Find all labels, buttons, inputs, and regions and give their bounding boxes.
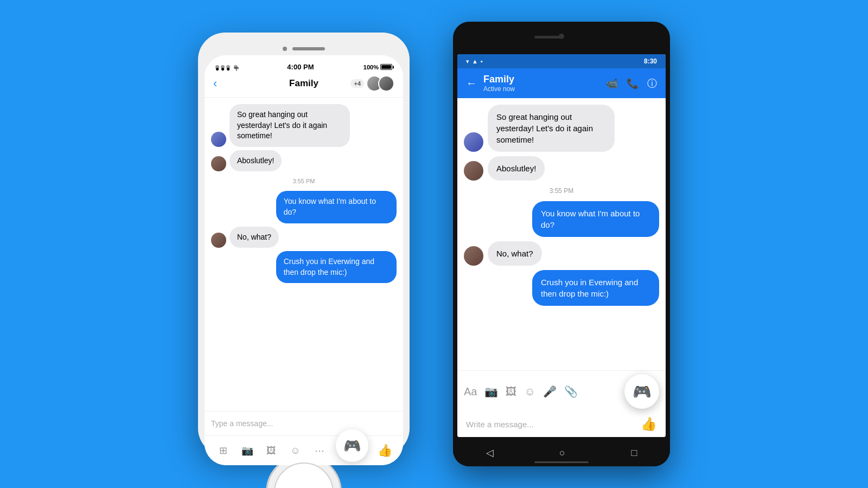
avatar-count-badge: +4 — [350, 79, 364, 88]
message-bubble-received: So great hanging out yesterday! Let's do… — [488, 105, 615, 152]
android-bottom-bar — [534, 461, 589, 463]
iphone-screen: ● ● ● 〒 4:00 PM 100% ‹ Family +4 — [205, 55, 403, 465]
ios-input-bar: Type a message... — [205, 411, 403, 435]
message-bubble-sent: You know what I'm about to do? — [276, 191, 397, 223]
avatar — [211, 132, 226, 147]
message-bubble-received: Aboslutley! — [229, 150, 282, 172]
avatar-2 — [378, 75, 394, 92]
ios-chat-area: So great hanging out yesterday! Let's do… — [205, 98, 403, 411]
mic-icon[interactable]: 🎤 — [543, 385, 557, 398]
android-write-row: Write a message... 👍 — [457, 412, 666, 437]
table-row: Crush you in Everwing and then drop the … — [464, 270, 659, 306]
iphone-camera — [283, 47, 287, 51]
message-bubble-received: No, what? — [229, 227, 279, 248]
emoji-icon[interactable]: ☺ — [524, 386, 535, 398]
battery-indicator: 100% — [363, 64, 392, 70]
emoji-icon[interactable]: ☺ — [288, 443, 303, 458]
table-row: You know what I'm about to do? — [211, 191, 397, 223]
android-message-input[interactable]: Write a message... — [466, 420, 635, 429]
android-active-status: Active now — [483, 85, 599, 93]
table-row: You know what I'm about to do? — [464, 201, 659, 237]
game-button[interactable]: 🎮 — [336, 429, 368, 462]
android-nav-recent[interactable]: □ — [631, 447, 637, 459]
android-header-actions: 📹 📞 ⓘ — [606, 77, 657, 90]
battery-icon — [380, 64, 392, 70]
message-bubble-sent: You know what I'm about to do? — [532, 201, 659, 237]
info-icon[interactable]: ⓘ — [647, 77, 657, 90]
android-chat-title: Family — [483, 74, 599, 85]
text-style-icon[interactable]: Aa — [464, 386, 477, 398]
android-status-time: 8:30 — [644, 57, 657, 65]
android-game-button[interactable]: 🎮 — [624, 374, 659, 409]
wifi-icon: ▾ — [466, 58, 469, 65]
android-device: ▾ ▲ ▪ 8:30 ← Family Active now 📹 📞 ⓘ So … — [453, 22, 670, 466]
table-row: Crush you in Everwing and then drop the … — [211, 251, 397, 283]
battery-icon: ▪ — [481, 58, 483, 65]
camera-icon[interactable]: 📷 — [240, 443, 255, 458]
timestamp-label: 3:55 PM — [464, 187, 659, 195]
more-icon[interactable]: ⋯ — [312, 443, 327, 458]
android-input-section: Aa 📷 🖼 ☺ 🎤 📎 🎮 Write a message... 👍 — [457, 370, 666, 437]
ios-toolbar: ⊞ 📷 🖼 ☺ ⋯ 🎮 👍 — [205, 435, 403, 465]
ios-chat-title: Family — [289, 78, 318, 89]
table-row: So great hanging out yesterday! Let's do… — [464, 105, 659, 152]
android-nav-home[interactable]: ○ — [559, 447, 565, 459]
camera-icon[interactable]: 📷 — [484, 385, 498, 398]
iphone-body: ● ● ● 〒 4:00 PM 100% ‹ Family +4 — [198, 33, 410, 455]
apps-icon[interactable]: ⊞ — [215, 443, 231, 458]
android-header-info: Family Active now — [483, 74, 599, 93]
ios-message-input[interactable]: Type a message... — [211, 416, 397, 431]
android-toolbar: Aa 📷 🖼 ☺ 🎤 📎 🎮 — [457, 371, 666, 412]
table-row: Aboslutley! — [464, 156, 659, 181]
status-time: 4:00 PM — [287, 63, 314, 71]
avatar — [464, 132, 483, 152]
table-row: No, what? — [211, 227, 397, 248]
android-back-button[interactable]: ← — [466, 77, 477, 89]
carrier-dots: ● ● ● 〒 — [215, 65, 238, 69]
table-row: Aboslutley! — [211, 150, 397, 172]
android-speaker — [534, 36, 561, 38]
video-call-icon[interactable]: 📹 — [606, 78, 618, 89]
avatar — [211, 233, 226, 248]
iphone-device: ● ● ● 〒 4:00 PM 100% ‹ Family +4 — [198, 33, 410, 455]
ios-status-bar: ● ● ● 〒 4:00 PM 100% — [205, 55, 403, 71]
message-bubble-sent: Crush you in Everwing and then drop the … — [532, 270, 659, 306]
avatar — [464, 246, 483, 266]
ios-chat-header: ‹ Family +4 — [205, 71, 403, 98]
android-screen: ▾ ▲ ▪ 8:30 ← Family Active now 📹 📞 ⓘ So … — [457, 54, 666, 437]
android-nav-back[interactable]: ◁ — [486, 447, 494, 459]
android-chat-header: ← Family Active now 📹 📞 ⓘ — [457, 68, 666, 98]
like-button[interactable]: 👍 — [378, 444, 392, 458]
message-bubble-received: So great hanging out yesterday! Let's do… — [229, 104, 350, 147]
wifi-icon: 〒 — [234, 65, 238, 69]
call-icon[interactable]: 📞 — [627, 78, 639, 89]
timestamp-label: 3:55 PM — [211, 178, 397, 184]
android-chat-area: So great hanging out yesterday! Let's do… — [457, 98, 666, 370]
android-like-button[interactable]: 👍 — [641, 416, 657, 432]
attachment-icon[interactable]: 📎 — [564, 385, 578, 398]
table-row: No, what? — [464, 241, 659, 266]
signal-icon: ▲ — [472, 58, 478, 65]
avatar — [211, 156, 226, 171]
ios-avatar-group: +4 — [350, 75, 394, 92]
ios-back-button[interactable]: ‹ — [213, 76, 217, 91]
table-row: So great hanging out yesterday! Let's do… — [211, 104, 397, 147]
iphone-speaker — [292, 47, 325, 50]
message-bubble-received: Aboslutley! — [488, 156, 545, 181]
android-status-bar: ▾ ▲ ▪ 8:30 — [457, 54, 666, 68]
avatar — [464, 161, 483, 181]
photo-icon[interactable]: 🖼 — [264, 443, 279, 458]
photo-icon[interactable]: 🖼 — [506, 386, 516, 398]
message-bubble-sent: Crush you in Everwing and then drop the … — [276, 251, 397, 283]
message-bubble-received: No, what? — [488, 241, 542, 266]
